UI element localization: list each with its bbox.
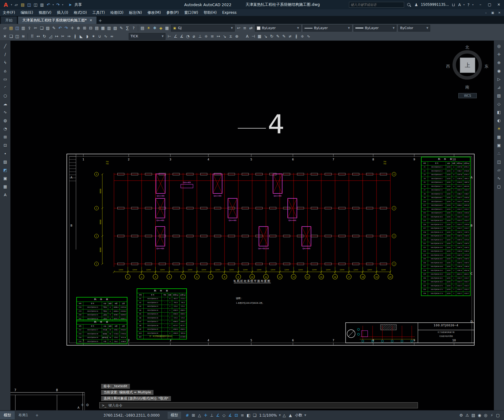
ortho-icon[interactable]: ⊥ — [209, 412, 215, 418]
dim-radius-icon[interactable]: ◔ — [185, 33, 191, 39]
section-icon[interactable]: ◫ — [496, 159, 502, 165]
dim-ordinate-icon[interactable]: ⊥ — [197, 33, 203, 39]
pan-icon[interactable]: ✛ — [69, 25, 75, 31]
account-name[interactable]: 15059991135... — [421, 2, 449, 7]
lineweight-dropdown[interactable]: ByLayer ▼ — [354, 25, 396, 32]
plotstyle-dropdown[interactable]: ByColor ▼ — [398, 25, 430, 32]
insert-block-icon[interactable]: ⊞ — [2, 134, 8, 140]
compass-east-label[interactable]: 东 — [484, 64, 488, 69]
model-tab[interactable]: 模型 — [0, 411, 15, 419]
scale-icon[interactable]: ◿ — [47, 33, 54, 39]
extend-icon[interactable]: ⇒ — [66, 33, 72, 39]
caret-icon[interactable]: ▾ — [10, 2, 13, 8]
erase-icon[interactable]: ✕ — [2, 33, 8, 39]
menu-t[interactable]: 工具(T) — [90, 9, 108, 16]
compass-top-face[interactable]: 上 — [460, 58, 475, 73]
caret-icon[interactable]: ▾ — [52, 2, 55, 8]
units-selector[interactable]: 小数 — [295, 413, 302, 418]
lock-ui-icon[interactable]: ◉ — [476, 412, 483, 418]
command-input[interactable]: >_ 键入命令 — [99, 402, 418, 408]
dim-baseline-icon[interactable]: ≡ — [209, 33, 215, 39]
compass-west-label[interactable]: 西 — [446, 64, 450, 69]
menu-m[interactable]: 修改(M) — [145, 9, 164, 16]
new-tab-button[interactable]: + — [97, 17, 104, 24]
show-motion-icon[interactable]: ▷ — [496, 76, 502, 82]
help-icon[interactable]: ? — [465, 2, 472, 8]
dim-style-icon[interactable]: ⊣ — [250, 33, 256, 39]
line-icon[interactable]: ╱ — [2, 43, 8, 49]
linetype-dropdown[interactable]: ByLayer ▼ — [303, 25, 352, 32]
search-input[interactable] — [349, 2, 404, 8]
graphics-performance-icon[interactable]: ⚡ — [489, 412, 495, 418]
cart-icon[interactable]: ⊔ — [450, 2, 457, 8]
layer-previous-icon[interactable]: ↩ — [236, 25, 242, 31]
menu-h[interactable]: 帮助(H) — [201, 9, 219, 16]
menu-d[interactable]: 绘图(D) — [108, 9, 126, 16]
join-icon[interactable]: ∪ — [97, 33, 103, 39]
compass-south-label[interactable]: 南 — [445, 84, 489, 90]
pan-icon[interactable]: ✛ — [496, 51, 502, 57]
point-icon[interactable]: ∙ — [2, 150, 8, 156]
snap-mode-icon[interactable]: ⊞ — [190, 412, 196, 418]
view-compass[interactable]: 北 南 西 东 上 — [445, 45, 489, 91]
publish-icon[interactable]: ⇪ — [26, 25, 32, 31]
dim-text-edit-icon[interactable]: ✎ — [281, 33, 287, 39]
rectangle-icon[interactable]: ▭ — [2, 76, 8, 82]
center-mark-icon[interactable]: ⊕ — [234, 33, 240, 39]
polyline-icon[interactable]: ϟ — [2, 59, 8, 66]
isolate-objects-icon[interactable]: ◎ — [483, 412, 489, 418]
steering-wheel-icon[interactable]: ◎ — [496, 43, 502, 49]
plot-icon[interactable]: ▥ — [20, 25, 26, 31]
close-icon[interactable]: ✕ — [496, 9, 503, 16]
menu-e[interactable]: 编辑(E) — [18, 9, 36, 16]
qdim-icon[interactable]: ≑ — [203, 33, 209, 39]
menu-o[interactable]: 格式(O) — [71, 9, 90, 16]
chamfer-icon[interactable]: ◣ — [78, 33, 84, 39]
isometric-drafting-icon[interactable]: ◇ — [221, 412, 227, 418]
qnew-icon[interactable]: ▱ — [2, 25, 8, 31]
search-icon[interactable] — [406, 2, 412, 8]
ellipse-arc-icon[interactable]: ◔ — [2, 126, 8, 132]
new-layout-button[interactable]: + — [32, 412, 42, 419]
design-center-icon[interactable]: ▦ — [100, 25, 106, 31]
layer-dropdown[interactable]: ▣ GJ ▼ — [171, 25, 235, 32]
viewport-icon[interactable]: ▢ — [496, 183, 502, 189]
dim-aligned-icon[interactable]: ∠ — [172, 33, 179, 39]
close-tab-icon[interactable]: ✕ — [89, 18, 92, 22]
ellipse-icon[interactable]: ◍ — [2, 117, 8, 123]
model-space-toggle[interactable]: 模型 — [168, 412, 181, 419]
mirror-icon[interactable]: ◫ — [14, 33, 20, 39]
dim-continue-icon[interactable]: ↦ — [215, 33, 222, 39]
selection-cycling-icon[interactable]: ❏ — [252, 412, 258, 418]
chevron-down-icon[interactable]: ▼ — [304, 412, 307, 418]
break-icon[interactable]: ∦ — [72, 33, 78, 39]
object-snap-tracking-icon[interactable]: ∡ — [227, 412, 233, 418]
arc-icon[interactable]: ◜ — [2, 84, 8, 90]
3d-views-icon[interactable]: ◇ — [496, 101, 502, 107]
zoom-icon[interactable]: ⊕ — [496, 59, 502, 66]
redo-icon[interactable]: ↷ — [63, 25, 69, 31]
chevron-down-icon[interactable]: ▼ — [279, 412, 281, 418]
save-icon[interactable]: ◫ — [14, 25, 20, 31]
construction-line-icon[interactable]: ∕ — [2, 51, 8, 57]
open-icon[interactable]: ▤ — [20, 2, 26, 8]
circle-icon[interactable]: ○ — [2, 92, 8, 99]
tab-start[interactable]: 开始 — [1, 16, 17, 24]
layer-color-icon[interactable]: ▦ — [164, 25, 170, 31]
materials-icon[interactable]: ▦ — [496, 134, 502, 140]
color-dropdown[interactable]: ByLayer ▼ — [255, 25, 301, 32]
layer-on-icon[interactable]: ☀ — [146, 25, 152, 31]
leader-icon[interactable]: ↘ — [222, 33, 228, 39]
drawing-canvas[interactable]: 1122334455667788991010ABABCDQm=40tQm=40t… — [10, 40, 494, 410]
copy-clip-icon[interactable]: ❏ — [39, 25, 45, 31]
dim-update-icon[interactable]: ↻ — [269, 33, 275, 39]
annotation-visibility-icon[interactable]: △ — [281, 412, 287, 418]
dim-linear-icon[interactable]: ⊢ — [166, 33, 172, 39]
explode-icon[interactable]: ✶ — [90, 33, 97, 39]
array-icon[interactable]: ⠿ — [29, 33, 35, 39]
properties-icon[interactable]: ▤ — [94, 25, 100, 31]
customize-icon[interactable]: ⚙ — [86, 403, 89, 407]
revision-cloud-icon[interactable]: ☁ — [2, 101, 8, 107]
workspace-icon[interactable]: ⚙ — [458, 412, 464, 418]
stretch-icon[interactable]: ↦ — [54, 33, 60, 39]
